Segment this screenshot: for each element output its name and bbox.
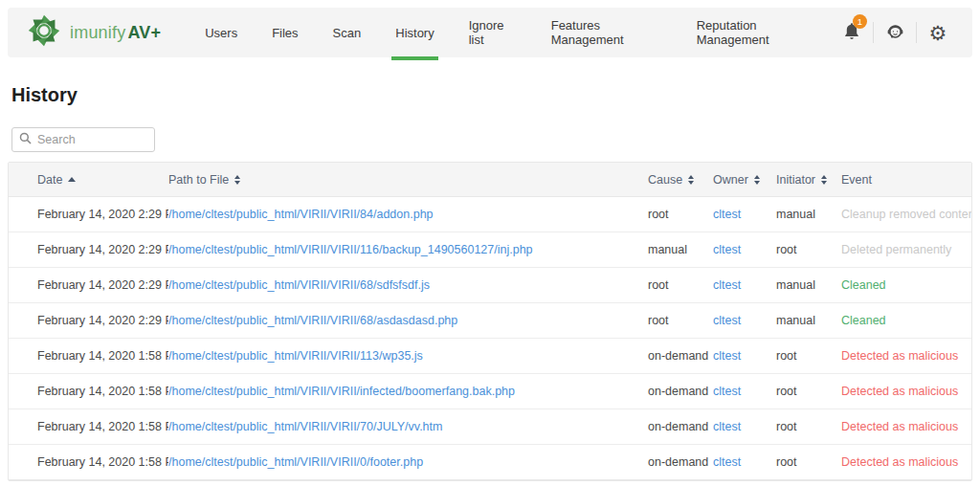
owner-link[interactable]: cltest: [713, 455, 741, 469]
row-event: Detected as malicious: [841, 385, 971, 398]
row-cause: on-demand: [648, 455, 713, 469]
row-date: February 14, 2020 1:58 PM: [37, 420, 168, 433]
top-navbar: imunifyAV+ Users Files Scan History Igno…: [8, 8, 972, 57]
icon-divider: [916, 22, 917, 43]
icon-divider: [873, 22, 874, 43]
nav-tab-ignore-list[interactable]: Ignore list: [452, 8, 534, 57]
nav-tab-reputation-management[interactable]: Reputation Management: [679, 8, 835, 57]
table-row: February 14, 2020 2:29 PM /home/cltest/p…: [9, 197, 971, 232]
history-table: Date Path to File Cause Owner Initiator: [8, 162, 972, 481]
file-path-link[interactable]: /home/cltest/public_html/VIRII/VIRII/84/…: [168, 208, 434, 221]
sort-icon[interactable]: [821, 175, 827, 185]
owner-link[interactable]: cltest: [713, 208, 741, 221]
page-title: History: [11, 84, 972, 106]
sort-icon[interactable]: [68, 177, 76, 182]
row-cause: on-demand: [648, 385, 713, 398]
owner-link[interactable]: cltest: [713, 243, 741, 256]
file-path-link[interactable]: /home/cltest/public_html/VIRII/VIRII/68/…: [168, 278, 430, 292]
search-icon: [19, 131, 32, 148]
nav-tab-label: Scan: [333, 26, 362, 40]
row-initiator: root: [776, 385, 841, 398]
gear-icon: ⚙︎: [929, 23, 947, 43]
row-date: February 14, 2020 1:58 PM: [37, 455, 168, 469]
row-date: February 14, 2020 2:29 PM: [37, 243, 168, 256]
row-date: February 14, 2020 2:29 PM: [37, 314, 168, 327]
nav-tab-history[interactable]: History: [378, 8, 451, 57]
nav-tab-label: Files: [272, 26, 298, 40]
table-row: February 14, 2020 2:29 PM /home/cltest/p…: [9, 268, 971, 303]
sort-icon[interactable]: [234, 175, 240, 185]
row-event: Detected as malicious: [841, 349, 971, 363]
brand-name-light: imunify: [70, 23, 125, 42]
row-cause: root: [648, 314, 713, 327]
nav-tab-scan[interactable]: Scan: [316, 8, 379, 57]
nav-tab-users[interactable]: Users: [188, 8, 255, 57]
imunify-logo-icon: [27, 13, 61, 52]
row-cause: on-demand: [648, 420, 713, 433]
table-row: February 14, 2020 1:58 PM /home/cltest/p…: [9, 445, 971, 480]
main-content: History Date Path to File Cause: [0, 84, 980, 481]
row-event: Detected as malicious: [841, 455, 971, 469]
headset-support-icon: [885, 21, 905, 45]
row-initiator: manual: [776, 208, 841, 221]
row-date: February 14, 2020 2:29 PM: [37, 278, 168, 292]
sort-icon[interactable]: [754, 175, 760, 185]
nav-tab-label: Reputation Management: [697, 18, 817, 47]
owner-link[interactable]: cltest: [713, 278, 741, 292]
row-cause: on-demand: [648, 349, 713, 363]
table-body: February 14, 2020 2:29 PM /home/cltest/p…: [9, 197, 971, 480]
owner-link[interactable]: cltest: [713, 349, 741, 363]
row-cause: root: [648, 208, 713, 221]
row-event: Cleaned: [841, 278, 971, 292]
column-header-label: Path to File: [168, 173, 229, 187]
owner-link[interactable]: cltest: [713, 420, 741, 433]
table-row: February 14, 2020 1:58 PM /home/cltest/p…: [9, 339, 971, 374]
row-initiator: root: [776, 420, 841, 433]
brand-logo[interactable]: imunifyAV+: [27, 13, 161, 52]
nav-tab-label: Features Management: [551, 18, 662, 47]
file-path-link[interactable]: /home/cltest/public_html/VIRII/VIRII/inf…: [168, 385, 515, 398]
notification-badge: 1: [853, 14, 867, 29]
nav-tab-features-management[interactable]: Features Management: [534, 8, 679, 57]
row-cause: manual: [648, 243, 713, 256]
topbar-actions: 1 ⚙︎: [835, 18, 955, 47]
table-row: February 14, 2020 2:29 PM /home/cltest/p…: [9, 303, 971, 339]
search-input[interactable]: [37, 133, 147, 146]
sort-icon[interactable]: [688, 175, 694, 185]
column-header-date[interactable]: Date: [37, 173, 168, 187]
nav-tabs: Users Files Scan History Ignore list Fea…: [188, 8, 835, 57]
column-header-event[interactable]: Event: [841, 173, 971, 187]
column-header-initiator[interactable]: Initiator: [776, 173, 841, 187]
column-header-label: Date: [37, 173, 62, 187]
brand-name-bold: AV+: [127, 23, 161, 42]
row-event: Deleted permanently: [841, 243, 971, 256]
column-header-owner[interactable]: Owner: [713, 173, 776, 187]
nav-tab-label: Users: [205, 26, 237, 40]
row-event: Cleaned: [841, 314, 971, 327]
column-header-label: Event: [841, 173, 872, 187]
row-initiator: root: [776, 349, 841, 363]
row-initiator: root: [776, 455, 841, 469]
notifications-button[interactable]: 1: [835, 18, 869, 47]
row-event: Detected as malicious: [841, 420, 971, 433]
row-cause: root: [648, 278, 713, 292]
brand-name: imunifyAV+: [70, 23, 161, 43]
owner-link[interactable]: cltest: [713, 314, 741, 327]
table-row: February 14, 2020 1:58 PM /home/cltest/p…: [9, 374, 971, 409]
file-path-link[interactable]: /home/cltest/public_html/VIRII/VIRII/113…: [168, 349, 423, 363]
column-header-cause[interactable]: Cause: [648, 173, 713, 187]
file-path-link[interactable]: /home/cltest/public_html/VIRII/VIRII/70/…: [168, 420, 442, 433]
row-date: February 14, 2020 1:58 PM: [37, 349, 168, 363]
support-button[interactable]: [878, 18, 912, 47]
settings-button[interactable]: ⚙︎: [921, 18, 955, 47]
owner-link[interactable]: cltest: [713, 385, 741, 398]
column-header-path-to-file[interactable]: Path to File: [168, 173, 648, 187]
row-initiator: manual: [776, 278, 841, 292]
file-path-link[interactable]: /home/cltest/public_html/VIRII/VIRII/0/f…: [168, 455, 423, 469]
row-event: Cleanup removed content: [841, 208, 971, 221]
table-row: February 14, 2020 1:58 PM /home/cltest/p…: [9, 409, 971, 445]
row-date: February 14, 2020 2:29 PM: [37, 208, 168, 221]
nav-tab-files[interactable]: Files: [255, 8, 315, 57]
file-path-link[interactable]: /home/cltest/public_html/VIRII/VIRII/116…: [168, 243, 533, 256]
file-path-link[interactable]: /home/cltest/public_html/VIRII/VIRII/68/…: [168, 314, 457, 327]
